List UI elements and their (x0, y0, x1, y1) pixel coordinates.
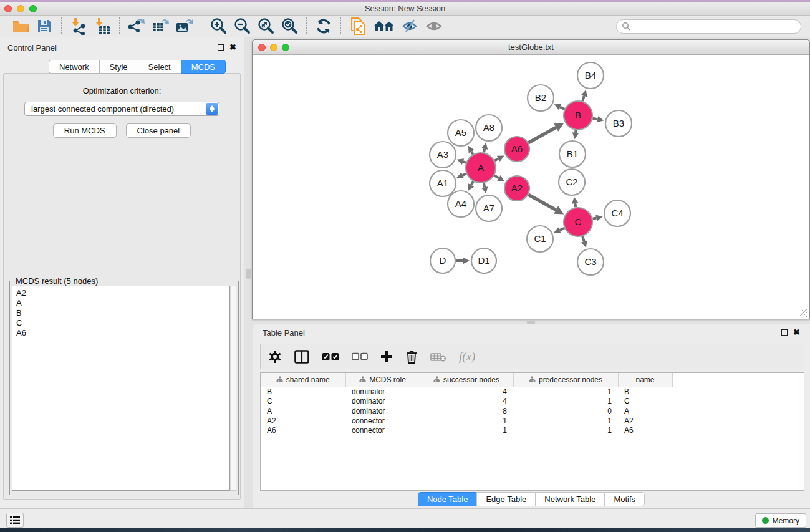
table-row[interactable]: Adominator80A (261, 406, 672, 416)
graph-edge-A-A8[interactable] (484, 149, 485, 153)
criterion-select[interactable]: largest connected component (directed) (24, 102, 219, 116)
run-mcds-button[interactable]: Run MCDS (53, 123, 117, 138)
graph-edge-B-B3[interactable] (593, 118, 598, 120)
export-image-button[interactable] (174, 17, 194, 36)
graph-edge-B-B2[interactable] (560, 107, 564, 109)
result-item[interactable]: B (16, 308, 229, 318)
table-settings-button[interactable] (268, 350, 282, 364)
table-cell[interactable]: 1 (513, 425, 618, 435)
open-session-button[interactable] (11, 17, 31, 36)
tab-style[interactable]: Style (99, 60, 138, 74)
table-vertical-scrollbar[interactable] (799, 373, 804, 490)
network-close-button[interactable] (258, 44, 266, 51)
graph-edge-B-B4[interactable] (582, 96, 584, 101)
table-cell[interactable]: A2 (261, 416, 345, 426)
table-cell[interactable]: 8 (420, 406, 513, 416)
node-table-grid[interactable]: shared nameMCDS rolesuccessor nodesprede… (261, 373, 672, 435)
graph-edge-C-C4[interactable] (592, 218, 596, 218)
table-cell[interactable]: A2 (618, 416, 672, 426)
deselect-all-button[interactable] (352, 352, 368, 360)
show-column-panel-button[interactable] (294, 350, 309, 364)
create-column-button[interactable] (380, 351, 393, 363)
zoom-selected-button[interactable] (279, 17, 299, 36)
delete-table-button[interactable] (430, 351, 446, 362)
zoom-out-button[interactable] (232, 17, 252, 36)
table-cell[interactable]: 4 (420, 397, 513, 407)
result-list-scrollbar[interactable] (230, 286, 236, 491)
column-header-shared-name[interactable]: shared name (261, 373, 345, 387)
table-cell[interactable]: connector (345, 416, 420, 426)
result-item[interactable]: C (16, 318, 229, 328)
graph-edge-C-C1[interactable] (559, 228, 564, 230)
import-table-button[interactable] (92, 17, 112, 36)
table-cell[interactable]: dominator (345, 397, 420, 407)
select-all-button[interactable] (322, 352, 339, 361)
table-cell[interactable]: dominator (345, 406, 420, 416)
window-resize-grip[interactable] (800, 309, 808, 317)
graph-edge-A-A6[interactable] (494, 158, 498, 160)
table-row[interactable]: Cdominator41C (261, 397, 672, 407)
table-cell[interactable]: connector (345, 425, 420, 435)
save-session-button[interactable] (34, 17, 54, 36)
graph-edge-A-A4[interactable] (471, 181, 473, 185)
table-cell[interactable]: A6 (261, 425, 345, 435)
graph-edge-B-B1[interactable] (576, 130, 576, 133)
network-window-titlebar[interactable]: testGlobe.txt (253, 40, 809, 55)
tab-motifs[interactable]: Motifs (604, 492, 645, 506)
close-table-panel-icon[interactable]: ✖ (793, 329, 800, 336)
table-cell[interactable]: 1 (513, 416, 618, 426)
table-cell[interactable]: A (261, 406, 345, 416)
table-cell[interactable]: 1 (420, 425, 513, 435)
task-history-button[interactable] (6, 513, 24, 528)
column-header-MCDS-role[interactable]: MCDS role (345, 373, 420, 387)
close-panel-button[interactable]: Close panel (126, 123, 191, 138)
refresh-button[interactable] (314, 17, 334, 36)
graph-edge-A-A7[interactable] (484, 183, 485, 188)
tab-network-table[interactable]: Network Table (535, 492, 604, 506)
table-cell[interactable]: A (618, 406, 672, 416)
tab-network[interactable]: Network (49, 60, 99, 74)
table-row[interactable]: A2connector11A2 (261, 416, 672, 426)
table-cell[interactable]: 1 (513, 387, 618, 397)
export-table-button[interactable] (150, 17, 170, 36)
table-row[interactable]: A6connector11A6 (261, 425, 672, 435)
graph-edge-C-C2[interactable] (575, 203, 576, 207)
table-cell[interactable]: C (618, 397, 672, 407)
column-header-successor-nodes[interactable]: successor nodes (420, 373, 513, 387)
result-item[interactable]: A6 (16, 328, 229, 338)
table-cell[interactable]: A6 (618, 425, 672, 435)
float-panel-icon[interactable] (218, 44, 224, 51)
column-header-name[interactable]: name (618, 373, 672, 387)
export-network-button[interactable] (127, 17, 147, 36)
column-header-predecessor-nodes[interactable]: predecessor nodes (513, 373, 618, 387)
clone-network-button[interactable] (348, 17, 368, 36)
result-item[interactable]: A (16, 298, 229, 308)
table-cell[interactable]: dominator (345, 387, 420, 397)
table-cell[interactable]: B (618, 387, 672, 397)
graph-edge-A-A1[interactable] (463, 173, 466, 175)
memory-button[interactable]: Memory (755, 513, 806, 528)
tab-node-table[interactable]: Node Table (418, 492, 477, 506)
table-row[interactable]: Bdominator41B (261, 387, 672, 397)
network-minimize-button[interactable] (270, 44, 277, 51)
float-table-panel-icon[interactable] (781, 329, 788, 336)
graph-edge-A-A5[interactable] (471, 152, 473, 154)
result-item[interactable]: A2 (16, 288, 229, 298)
graph-edge-A2-C[interactable] (528, 195, 556, 210)
function-builder-button[interactable]: f(x) (459, 350, 475, 364)
graph-edge-A-A2[interactable] (494, 175, 499, 178)
mcds-result-list[interactable]: A2ABCA6 (12, 286, 230, 491)
tab-mcds[interactable]: MCDS (181, 60, 226, 74)
table-cell[interactable]: 4 (420, 387, 513, 397)
hide-selected-button[interactable] (400, 17, 420, 36)
close-panel-icon[interactable]: ✖ (229, 44, 236, 51)
tab-edge-table[interactable]: Edge Table (476, 492, 535, 506)
zoom-fit-button[interactable] (256, 17, 276, 36)
zoom-in-button[interactable] (208, 17, 228, 36)
desktop-vertical-scrollbar[interactable] (246, 269, 251, 279)
table-cell[interactable]: 1 (513, 397, 618, 407)
table-cell[interactable]: C (261, 397, 345, 407)
graph-edge-C-C3[interactable] (582, 236, 584, 241)
table-cell[interactable]: 1 (420, 416, 513, 426)
table-cell[interactable]: 0 (513, 406, 618, 416)
